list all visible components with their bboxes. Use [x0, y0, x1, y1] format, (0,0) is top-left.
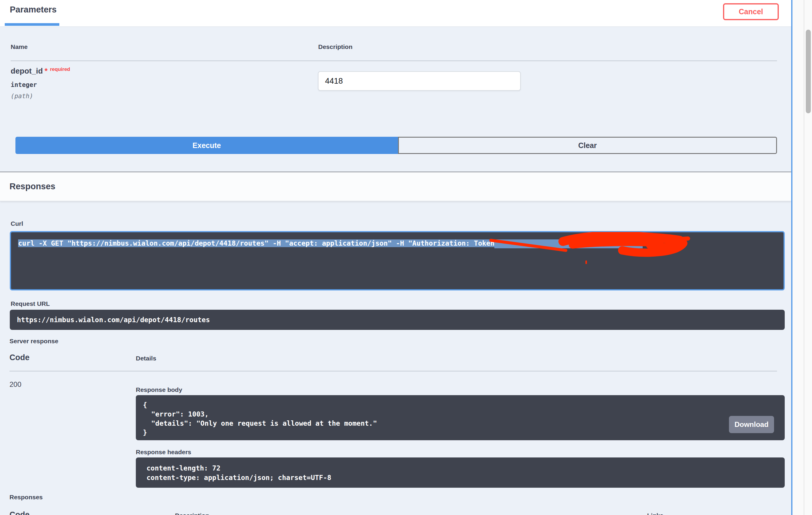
response-headers-block: content-length: 72 content-type: applica… — [136, 457, 785, 488]
status-code-200: 200 — [9, 380, 21, 389]
parameters-section-header — [0, 0, 791, 27]
server-response-label: Server response — [9, 338, 58, 345]
parameters-table-divider — [11, 60, 777, 61]
curl-label: Curl — [11, 220, 23, 227]
required-asterisk: * — [45, 66, 48, 75]
details-column-header: Details — [136, 355, 156, 362]
code-column-header: Code — [9, 353, 30, 362]
tab-parameters[interactable]: Parameters — [10, 5, 57, 15]
swagger-operation-panel: Parameters Cancel Name Description depot… — [0, 0, 812, 515]
responses-section-header — [0, 171, 791, 201]
param-name-text: depot_id — [11, 66, 43, 75]
curl-command-text: curl -X GET "https://nimbus.wialon.com/a… — [11, 232, 784, 248]
responses-title: Responses — [9, 181, 55, 191]
param-location: (path) — [11, 92, 33, 100]
download-button[interactable]: Download — [729, 416, 774, 433]
request-url-text: https://nimbus.wialon.com/api/depot/4418… — [10, 315, 210, 324]
response-headers-text: content-length: 72 content-type: applica… — [136, 457, 785, 482]
responses-table-code-header: Code — [9, 510, 30, 515]
depot-id-input[interactable] — [318, 71, 521, 91]
clear-button[interactable]: Clear — [398, 137, 777, 154]
request-url-block: https://nimbus.wialon.com/api/depot/4418… — [10, 310, 785, 330]
redacted-token-area — [494, 239, 643, 248]
responses-table-links-header: Links — [647, 512, 663, 515]
required-label: required — [50, 66, 70, 72]
request-url-label: Request URL — [11, 300, 50, 307]
response-body-label: Response body — [136, 386, 182, 393]
scrollbar-thumb[interactable] — [806, 30, 811, 113]
active-tab-underline — [5, 23, 59, 26]
column-header-description: Description — [318, 43, 353, 51]
response-body-json: { "error": 1003, "details": "Only one re… — [136, 395, 785, 437]
param-name-depot-id: depot_id*required — [11, 66, 70, 76]
cancel-button[interactable]: Cancel — [723, 3, 779, 20]
responses-table-title: Responses — [9, 494, 43, 501]
responses-table-description-header: Description — [175, 512, 209, 515]
response-headers-label: Response headers — [136, 449, 191, 456]
server-response-divider — [9, 371, 777, 371]
curl-selected-text: curl -X GET "https://nimbus.wialon.com/a… — [18, 239, 494, 247]
execute-button[interactable]: Execute — [16, 137, 398, 154]
response-body-block: { "error": 1003, "details": "Only one re… — [136, 395, 785, 440]
column-header-name: Name — [11, 43, 28, 51]
param-type: integer — [11, 81, 37, 88]
curl-command-block[interactable]: curl -X GET "https://nimbus.wialon.com/a… — [10, 231, 785, 290]
right-gutter — [792, 0, 804, 515]
